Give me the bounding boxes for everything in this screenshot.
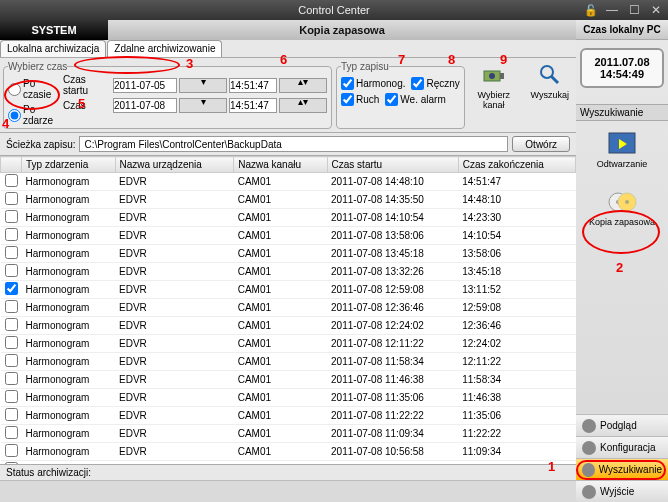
cell-type: Harmonogram	[22, 335, 116, 353]
open-button[interactable]: Otwórz	[512, 136, 570, 152]
radio-by-time[interactable]: Po czasie	[8, 78, 63, 100]
chk-motion[interactable]: Ruch	[341, 93, 379, 106]
cell-channel: CAM01	[234, 389, 327, 407]
date-spin-icon[interactable]: ▾	[179, 78, 227, 93]
path-input[interactable]	[79, 136, 508, 152]
row-checkbox[interactable]	[5, 354, 18, 367]
time-select-group: Wybierz czas Po czasie Po zdarze Czas st…	[3, 61, 332, 129]
page-title: Kopia zapasowa	[108, 20, 576, 40]
table-row[interactable]: Harmonogram EDVR CAM01 2011-07-08 14:48:…	[1, 173, 576, 191]
cell-end: 11:09:34	[458, 443, 575, 461]
chk-manual[interactable]: Ręczny	[411, 77, 459, 90]
cell-channel: CAM01	[234, 353, 327, 371]
col-device[interactable]: Nazwa urządzenia	[115, 157, 234, 173]
table-row[interactable]: Harmonogram EDVR CAM01 2011-07-08 11:09:…	[1, 425, 576, 443]
exit-button[interactable]: Wyjście	[576, 480, 668, 502]
row-checkbox[interactable]	[5, 174, 18, 187]
search-button[interactable]: Wyszukaj	[527, 61, 573, 100]
col-type[interactable]: Typ zdarzenia	[22, 157, 116, 173]
radio-by-event[interactable]: Po zdarze	[8, 104, 63, 126]
preview-button[interactable]: Podgląd	[576, 414, 668, 436]
row-checkbox[interactable]	[5, 192, 18, 205]
lock-icon[interactable]: 🔓	[584, 4, 598, 17]
start-date-input[interactable]	[113, 78, 177, 93]
cell-end: 14:23:30	[458, 209, 575, 227]
row-checkbox[interactable]	[5, 228, 18, 241]
row-checkbox[interactable]	[5, 444, 18, 457]
cell-type: Harmonogram	[22, 407, 116, 425]
time-spin-icon[interactable]: ▴▾	[279, 98, 327, 113]
cell-channel: CAM01	[234, 281, 327, 299]
cell-start: 2011-07-08 13:45:18	[327, 245, 458, 263]
results-table-wrap[interactable]: Typ zdarzenia Nazwa urządzenia Nazwa kan…	[0, 156, 576, 464]
cell-device: EDVR	[115, 425, 234, 443]
cell-type: Harmonogram	[22, 425, 116, 443]
row-checkbox[interactable]	[5, 336, 18, 349]
config-button[interactable]: Konfiguracja	[576, 436, 668, 458]
cell-channel: CAM01	[234, 371, 327, 389]
cell-device: EDVR	[115, 407, 234, 425]
table-row[interactable]: Harmonogram EDVR CAM01 2011-07-08 13:32:…	[1, 263, 576, 281]
cell-device: EDVR	[115, 173, 234, 191]
table-row[interactable]: Harmonogram EDVR CAM01 2011-07-08 14:10:…	[1, 209, 576, 227]
table-row[interactable]: Harmonogram EDVR CAM01 2011-07-08 11:35:…	[1, 389, 576, 407]
table-row[interactable]: Harmonogram EDVR CAM01 2011-07-08 12:11:…	[1, 335, 576, 353]
cell-device: EDVR	[115, 209, 234, 227]
cell-type: Harmonogram	[22, 281, 116, 299]
row-checkbox[interactable]	[5, 300, 18, 313]
col-check[interactable]	[1, 157, 22, 173]
start-time-input[interactable]	[229, 78, 277, 93]
row-checkbox[interactable]	[5, 318, 18, 331]
row-checkbox[interactable]	[5, 390, 18, 403]
row-checkbox[interactable]	[5, 264, 18, 277]
tab-remote-archive[interactable]: Zdalne archiwizowanie	[107, 40, 222, 57]
maximize-button[interactable]: ☐	[626, 3, 642, 17]
table-row[interactable]: Harmonogram EDVR CAM01 2011-07-08 13:58:…	[1, 227, 576, 245]
table-row[interactable]: Harmonogram EDVR CAM01 2011-07-08 11:58:…	[1, 353, 576, 371]
cell-type: Harmonogram	[22, 209, 116, 227]
select-channel-button[interactable]: Wybierz kanał	[471, 61, 517, 110]
col-start[interactable]: Czas startu	[327, 157, 458, 173]
row-checkbox[interactable]	[5, 372, 18, 385]
cell-channel: CAM01	[234, 245, 327, 263]
chk-alarm[interactable]: We. alarm	[385, 93, 445, 106]
table-row[interactable]: Harmonogram EDVR CAM01 2011-07-08 12:36:…	[1, 299, 576, 317]
table-row[interactable]: Harmonogram EDVR CAM01 2011-07-08 12:59:…	[1, 281, 576, 299]
search-nav-button[interactable]: Wyszukiwanie	[576, 458, 668, 480]
table-row[interactable]: Harmonogram EDVR CAM01 2011-07-08 13:45:…	[1, 245, 576, 263]
close-button[interactable]: ✕	[648, 3, 664, 17]
row-checkbox[interactable]	[5, 426, 18, 439]
table-row[interactable]: Harmonogram EDVR CAM01 2011-07-08 14:35:…	[1, 191, 576, 209]
col-end[interactable]: Czas zakończenia	[458, 157, 575, 173]
row-checkbox[interactable]	[5, 210, 18, 223]
tab-local-archive[interactable]: Lokalna archiwizacja	[0, 40, 106, 57]
cell-end: 12:24:02	[458, 335, 575, 353]
end-date-input[interactable]	[113, 98, 177, 113]
col-channel[interactable]: Nazwa kanału	[234, 157, 327, 173]
cell-end: 11:58:34	[458, 371, 575, 389]
table-row[interactable]: Harmonogram EDVR CAM01 2011-07-08 12:24:…	[1, 317, 576, 335]
row-checkbox[interactable]	[5, 246, 18, 259]
cell-end: 14:48:10	[458, 191, 575, 209]
cell-channel: CAM01	[234, 317, 327, 335]
table-row[interactable]: Harmonogram EDVR CAM01 2011-07-08 10:56:…	[1, 443, 576, 461]
playback-button[interactable]: Odtwarzanie	[576, 131, 668, 169]
cell-channel: CAM01	[234, 263, 327, 281]
date-spin-icon[interactable]: ▾	[179, 98, 227, 113]
minimize-button[interactable]: —	[604, 3, 620, 17]
time-spin-icon[interactable]: ▴▾	[279, 78, 327, 93]
cell-end: 12:11:22	[458, 353, 575, 371]
row-checkbox[interactable]	[5, 282, 18, 295]
backup-button[interactable]: Kopia zapasowa	[576, 189, 668, 227]
table-row[interactable]: Harmonogram EDVR CAM01 2011-07-08 11:22:…	[1, 407, 576, 425]
table-row[interactable]: Harmonogram EDVR CAM01 2011-07-08 11:46:…	[1, 371, 576, 389]
time-select-legend: Wybierz czas	[8, 61, 67, 72]
clock-time: 14:54:49	[584, 68, 660, 80]
cell-channel: CAM01	[234, 443, 327, 461]
row-checkbox[interactable]	[5, 408, 18, 421]
end-time-input[interactable]	[229, 98, 277, 113]
cell-type: Harmonogram	[22, 173, 116, 191]
svg-point-1	[489, 73, 495, 79]
cell-end: 12:59:08	[458, 299, 575, 317]
chk-schedule[interactable]: Harmonog.	[341, 77, 405, 90]
